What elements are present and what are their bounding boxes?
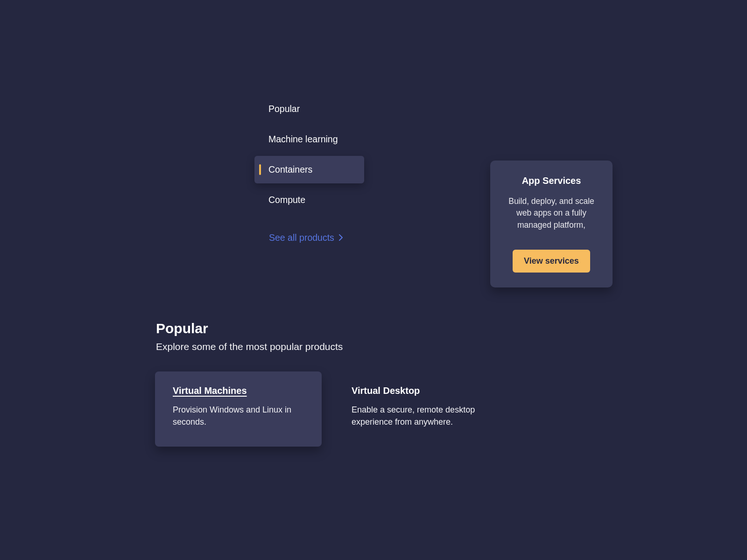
nav-item-label: Machine learning: [268, 134, 338, 144]
product-card-title: Virtual Desktop: [352, 385, 484, 396]
nav-item-label: Containers: [268, 164, 312, 175]
product-card-virtual-machines[interactable]: Virtual Machines Provision Windows and L…: [155, 371, 322, 447]
nav-item-label: Compute: [268, 195, 305, 205]
view-services-button[interactable]: View services: [513, 250, 590, 273]
app-services-card: App Services Build, deploy, and scale we…: [490, 161, 613, 287]
nav-item-containers[interactable]: Containers: [254, 156, 364, 183]
chevron-right-icon: [338, 232, 343, 243]
nav-item-machine-learning[interactable]: Machine learning: [254, 126, 364, 153]
product-card-virtual-desktop[interactable]: Virtual Desktop Enable a secure, remote …: [334, 371, 500, 447]
nav-item-compute[interactable]: Compute: [254, 186, 364, 214]
category-nav: Popular Machine learning Containers Comp…: [254, 95, 364, 217]
see-all-products-link[interactable]: See all products: [269, 232, 343, 243]
product-card-description: Provision Windows and Linux in seconds.: [173, 404, 305, 428]
nav-item-label: Popular: [268, 104, 300, 114]
nav-item-popular[interactable]: Popular: [254, 95, 364, 123]
service-card-description: Build, deploy, and scale web apps on a f…: [502, 196, 600, 231]
popular-section-title: Popular: [156, 321, 208, 336]
view-services-label: View services: [524, 256, 579, 266]
product-card-description: Enable a secure, remote desktop experien…: [352, 404, 484, 428]
product-card-title: Virtual Machines: [173, 385, 305, 396]
see-all-label: See all products: [269, 232, 334, 243]
popular-section-subtitle: Explore some of the most popular product…: [156, 341, 343, 352]
service-card-title: App Services: [502, 175, 600, 186]
